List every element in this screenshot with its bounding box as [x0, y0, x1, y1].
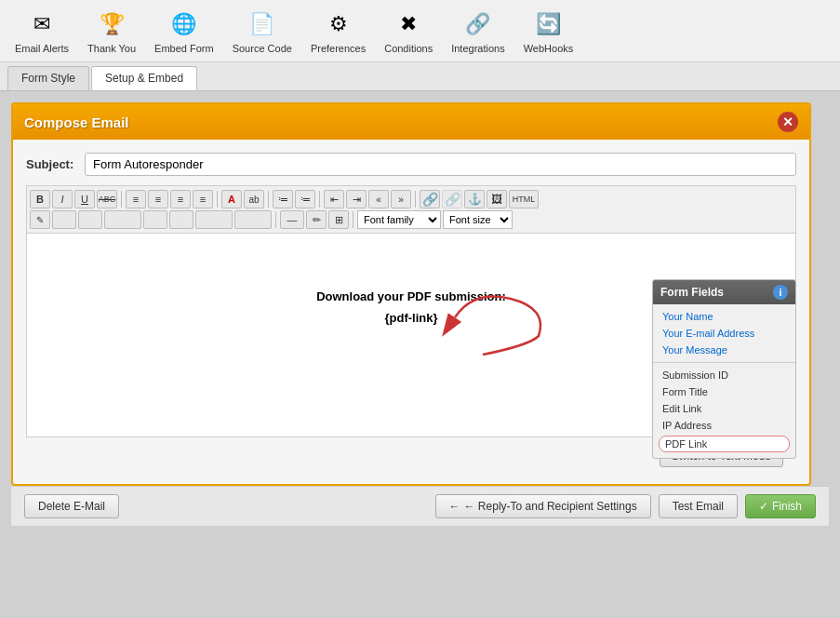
edit-button[interactable]: ✎	[30, 210, 50, 229]
form-field-your-email[interactable]: Your E-mail Address	[653, 325, 795, 342]
anchor-button[interactable]: ⚓	[464, 190, 485, 208]
toolbar-sep3	[268, 191, 269, 208]
html-button[interactable]: HTML	[509, 190, 539, 208]
finish-button[interactable]: ✓ Finish	[745, 494, 816, 518]
ordered-list-button[interactable]: ≔	[295, 190, 315, 208]
font-color-button[interactable]: A	[221, 190, 242, 208]
thank-you-label: Thank You	[87, 43, 136, 54]
webhooks-label: WebHooks	[524, 43, 574, 54]
strikethrough-button[interactable]: ABC	[97, 190, 117, 208]
font-size-select[interactable]: Font size	[443, 210, 513, 229]
editor-toolbar-row2: ✎ — ✏ ⊞ Font family	[30, 209, 793, 230]
highlight-button[interactable]: ab	[244, 190, 264, 208]
main-toolbar: ✉ Email Alerts 🏆 Thank You 🌐 Embed Form …	[0, 0, 840, 62]
thank-you-icon: 🏆	[95, 7, 128, 41]
tb1[interactable]	[52, 210, 76, 229]
tb7[interactable]	[234, 210, 272, 229]
outdent-button[interactable]: ⇤	[324, 190, 344, 208]
reply-to-label: ← Reply-To and Recipient Settings	[464, 500, 637, 513]
toolbar-item-source-code[interactable]: 📄 Source Code	[225, 4, 300, 58]
italic-button[interactable]: I	[52, 190, 73, 208]
form-fields-title: Form Fields	[660, 286, 724, 299]
image-button[interactable]: 🖼	[487, 190, 507, 208]
align-right-button[interactable]: ≡	[170, 190, 191, 208]
subject-label: Subject:	[26, 157, 77, 171]
action-bar: Delete E-Mail ← ← Reply-To and Recipient…	[11, 486, 829, 526]
indent-button[interactable]: ⇥	[346, 190, 367, 208]
tab-form-style[interactable]: Form Style	[7, 66, 89, 90]
conditions-label: Conditions	[384, 43, 433, 54]
modal-body: Subject: B I U ABC ≡ ≡ ≡ ≡ A ab	[13, 140, 809, 484]
form-field-your-name[interactable]: Your Name	[653, 308, 795, 325]
bold-button[interactable]: B	[30, 190, 50, 208]
source-code-icon: 📄	[246, 7, 279, 41]
align-left-button[interactable]: ≡	[126, 190, 146, 208]
unlink-button[interactable]: 🔗	[442, 190, 462, 208]
align-justify-button[interactable]: ≡	[193, 190, 213, 208]
toolbar-sep6	[275, 211, 276, 228]
preferences-icon: ⚙	[322, 7, 355, 41]
form-fields-divider	[653, 362, 795, 363]
tb2[interactable]	[78, 210, 102, 229]
conditions-icon: ✖	[392, 7, 425, 41]
modal-close-button[interactable]: ✕	[778, 112, 798, 132]
delete-email-button[interactable]: Delete E-Mail	[24, 494, 119, 518]
finish-label: Finish	[772, 500, 802, 513]
test-email-button[interactable]: Test Email	[659, 494, 738, 518]
toolbar-sep5	[415, 191, 416, 208]
source-code-label: Source Code	[233, 43, 292, 54]
toolbar-sep1	[121, 191, 122, 208]
compose-email-modal: Compose Email ✕ Subject: B I U ABC ≡ ≡ ≡	[11, 102, 811, 486]
editor-toolbar-row1: B I U ABC ≡ ≡ ≡ ≡ A ab ≔ ≔ ⇤	[30, 189, 793, 209]
editor-area: Download your PDF submission: {pdf-link}	[26, 233, 796, 437]
toolbar-sep2	[217, 191, 218, 208]
link-button[interactable]: 🔗	[420, 190, 440, 208]
pencil-button[interactable]: ✏	[306, 210, 327, 229]
toolbar-item-email-alerts[interactable]: ✉ Email Alerts	[7, 4, 76, 58]
main-area: Compose Email ✕ Subject: B I U ABC ≡ ≡ ≡	[0, 91, 840, 618]
integrations-label: Integrations	[451, 43, 504, 54]
tb4[interactable]	[143, 210, 167, 229]
toolbar-sep7	[353, 211, 353, 228]
form-field-submission-id[interactable]: Submission ID	[653, 367, 795, 383]
tb6[interactable]	[195, 210, 233, 229]
finish-check-icon: ✓	[759, 500, 768, 513]
align-center-button[interactable]: ≡	[148, 190, 168, 208]
email-alerts-label: Email Alerts	[15, 43, 69, 54]
subject-input[interactable]	[85, 153, 796, 176]
underline-button[interactable]: U	[74, 190, 95, 208]
toolbar-item-preferences[interactable]: ⚙ Preferences	[303, 4, 373, 58]
reply-to-button[interactable]: ← ← Reply-To and Recipient Settings	[435, 494, 651, 518]
form-field-form-title[interactable]: Form Title	[653, 383, 795, 400]
tab-setup-embed[interactable]: Setup & Embed	[91, 66, 197, 90]
table-button[interactable]: ⊞	[328, 210, 349, 229]
form-fields-info-icon[interactable]: i	[773, 285, 788, 300]
font-family-select[interactable]: Font family	[357, 210, 441, 229]
webhooks-icon: 🔄	[531, 7, 565, 41]
reply-arrow-icon: ←	[449, 500, 460, 513]
hr-button[interactable]: —	[280, 210, 304, 229]
toolbar-item-embed-form[interactable]: 🌐 Embed Form	[147, 4, 221, 58]
tb3[interactable]	[104, 210, 141, 229]
toolbar-item-conditions[interactable]: ✖ Conditions	[377, 4, 440, 58]
toolbar-item-webhooks[interactable]: 🔄 WebHooks	[516, 4, 581, 58]
embed-form-icon: 🌐	[167, 7, 201, 41]
integrations-icon: 🔗	[461, 7, 495, 41]
form-field-your-message[interactable]: Your Message	[653, 342, 795, 358]
form-fields-header: Form Fields i	[653, 280, 795, 304]
toolbar-item-integrations[interactable]: 🔗 Integrations	[444, 4, 512, 58]
form-field-ip-address[interactable]: IP Address	[653, 417, 795, 434]
tb5[interactable]	[169, 210, 193, 229]
toolbar-item-thank-you[interactable]: 🏆 Thank You	[80, 4, 143, 58]
tab-bar: Form StyleSetup & Embed	[0, 62, 840, 91]
unblockquote-button[interactable]: »	[391, 190, 411, 208]
action-btn-group: ← ← Reply-To and Recipient Settings Test…	[435, 494, 816, 518]
blockquote-button[interactable]: «	[368, 190, 389, 208]
modal-title: Compose Email	[24, 114, 129, 130]
unordered-list-button[interactable]: ≔	[273, 190, 293, 208]
modal-header: Compose Email ✕	[13, 104, 809, 140]
email-alerts-icon: ✉	[25, 7, 59, 41]
preferences-label: Preferences	[311, 43, 366, 54]
form-field-pdf-link[interactable]: PDF Link	[659, 436, 790, 452]
form-field-edit-link[interactable]: Edit Link	[653, 400, 795, 417]
